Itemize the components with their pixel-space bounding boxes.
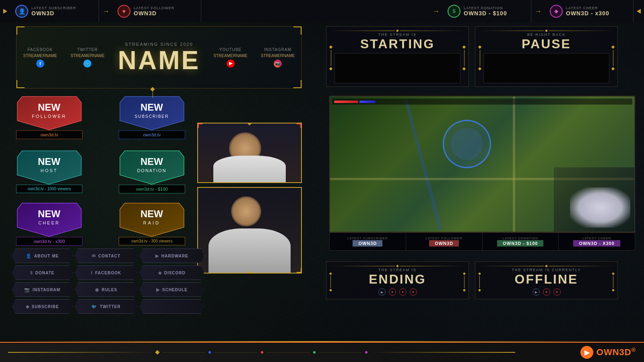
cheer-badge-label: own3d.tv - x300 xyxy=(16,237,83,246)
host-shield: NEW HOST xyxy=(16,149,83,185)
arrow-icon-2: → xyxy=(432,8,440,15)
subscriber-badge-label: own3d.tv xyxy=(119,130,185,139)
schedule-icon: ▶ xyxy=(156,287,160,292)
follower-shield: NEW FOLLOWER xyxy=(16,95,83,131)
follower-badge: NEW FOLLOWER own3d.tv xyxy=(16,95,83,139)
svg-text:SUBSCRIBER: SUBSCRIBER xyxy=(134,114,169,119)
own3d-logo: ▶ OWN3D® xyxy=(580,346,636,359)
ending-icon-4: ♥ xyxy=(410,288,417,296)
offline-card: THE STREAM IS CURRENTLY OFFLINE ▶ ♥ ♥ xyxy=(475,261,618,299)
contact-icon: ✉ xyxy=(92,253,96,259)
donate-button[interactable]: $ DONATE xyxy=(12,265,72,280)
subscribe-button[interactable]: ◆ SUBSCRIBE xyxy=(12,299,72,314)
host-badge: NEW HOST own3d.tv - 1000 viewers xyxy=(16,149,83,193)
pause-title: PAUSE xyxy=(483,37,609,51)
youtube-icon: ▶ xyxy=(227,60,235,68)
facebook-icon: f xyxy=(36,60,44,68)
schedule-button[interactable]: ▶ SCHEDULE xyxy=(140,282,204,297)
follower-segment: ♥ LATEST FOLLOWER OWN3D xyxy=(113,0,201,22)
subscriber-segment: 👤 LATEST SUBSCRIBER OWN3D xyxy=(10,0,99,22)
raid-shield: NEW RAID xyxy=(119,201,185,237)
youtube-social: YOUTUBE STREAMERNAME ▶ xyxy=(213,47,247,68)
instagram-social: INSTAGRAM STREAMERNAME 📷 xyxy=(261,47,295,68)
donation-label: LATEST DONATION xyxy=(464,6,507,10)
bar-follower-stat: LATEST FOLLOWER OWN3D xyxy=(406,233,483,250)
ending-icon-1: ▶ xyxy=(378,288,386,296)
ending-title: ENDING xyxy=(334,272,461,287)
about-me-button[interactable]: 👤 ABOUT ME xyxy=(12,249,72,263)
bar-subscriber-stat: LATEST SUBSCRIBER OWN3D xyxy=(330,233,406,250)
instagram-menu-icon: 📷 xyxy=(24,287,30,292)
bar-cheer-stat: LATEST CHEER OWN3D - X300 xyxy=(559,233,635,250)
screen-cards-top: THE STREAM IS STARTING BE RI xyxy=(326,26,618,87)
donation-value: OWN3D - $100 xyxy=(464,10,507,16)
discord-button[interactable]: ◈ DISCORD xyxy=(140,265,204,280)
bar-don-value: OWN3D - $100 xyxy=(497,240,543,247)
starting-preview xyxy=(334,53,460,83)
instagram-icon: 📷 xyxy=(274,60,282,68)
instagram-button[interactable]: 📷 INSTAGRAM xyxy=(12,282,72,297)
cheer-segment: ◆ LATEST CHEER OWN3D - x300 xyxy=(545,0,634,22)
donation-badge: NEW DONATION own3d.tv - $100 xyxy=(119,149,185,193)
subscribe-icon: ◆ xyxy=(26,304,29,309)
arrow-icon-3: → xyxy=(535,8,542,15)
rules-icon: ◉ xyxy=(95,287,99,292)
cheer-badge: NEW CHEER own3d.tv - x300 xyxy=(16,201,83,246)
follower-badge-label: own3d.tv xyxy=(16,130,83,139)
svg-text:RAID: RAID xyxy=(143,220,160,225)
streamer-name-block: STREAMING SINCE 2020 NAME xyxy=(118,42,200,73)
donation-segment: $ LATEST DONATION OWN3D - $100 xyxy=(443,0,531,22)
right-arrow-icon xyxy=(637,9,641,14)
ending-icon-2: ♥ xyxy=(389,288,396,296)
svg-text:NEW: NEW xyxy=(140,102,163,113)
bar-fol-value: OWN3D xyxy=(429,240,459,247)
streamer-name: NAME xyxy=(118,47,200,73)
donation-badge-label: own3d.tv - $100 xyxy=(119,185,185,193)
logo-icon: ▶ xyxy=(580,346,593,359)
donation-icon: $ xyxy=(448,5,460,18)
hardware-button[interactable]: ▶ HARDWARE xyxy=(140,249,204,263)
bar-sub-label: LATEST SUBSCRIBER xyxy=(347,237,388,240)
follower-value: OWN3D xyxy=(134,10,174,16)
starting-title: STARTING xyxy=(334,37,460,51)
cheer-icon: ◆ xyxy=(550,5,563,18)
twitter-social: TWITTER STREAMERNAME 🐦 xyxy=(70,47,104,68)
bar-sub-value: OWN3D xyxy=(353,240,382,247)
facebook-button[interactable]: f FACEBOOK xyxy=(75,265,137,280)
cheer-shield: NEW CHEER xyxy=(16,201,83,237)
ending-subtitle: THE STREAM IS xyxy=(334,268,461,272)
ending-icon-3: ♥ xyxy=(399,288,407,296)
svg-text:DONATION: DONATION xyxy=(137,168,166,173)
svg-text:NEW: NEW xyxy=(140,208,163,219)
subscriber-shield: NEW SUBSCRIBER xyxy=(119,95,185,131)
svg-text:NEW: NEW xyxy=(38,102,60,113)
bar-cheer-label: LATEST CHEER xyxy=(582,237,611,240)
subscriber-label: LATEST SUBSCRIBER xyxy=(31,6,76,10)
stream-bottom-bar: LATEST SUBSCRIBER OWN3D LATEST FOLLOWER … xyxy=(329,232,635,251)
offline-icon-2: ♥ xyxy=(543,288,550,296)
host-badge-label: own3d.tv - 1000 viewers xyxy=(16,185,83,193)
webcam-top xyxy=(197,123,302,183)
raid-badge-label: own3d.tv - 300 viewers xyxy=(119,237,185,245)
svg-text:FOLLOWER: FOLLOWER xyxy=(32,114,66,119)
svg-text:CHEER: CHEER xyxy=(38,220,60,225)
twitter-button[interactable]: 🐦 TWITTER xyxy=(75,299,137,314)
cheer-value: OWN3D - x300 xyxy=(566,10,609,16)
offline-icon-3: ♥ xyxy=(553,288,561,296)
facebook-social: FACEBOOK STREAMERNAME f xyxy=(23,47,57,68)
contact-button[interactable]: ✉ CONTACT xyxy=(75,249,137,263)
webcam-bottom xyxy=(197,187,302,274)
rules-button[interactable]: ◉ RULES xyxy=(75,282,137,297)
starting-card: THE STREAM IS STARTING xyxy=(326,26,469,87)
cheer-label: LATEST CHEER xyxy=(566,6,609,10)
svg-text:NEW: NEW xyxy=(38,208,60,219)
left-arrow-icon xyxy=(3,9,7,14)
menu-grid: 👤 ABOUT ME ✉ CONTACT ▶ HARDWARE $ DONATE… xyxy=(12,249,204,314)
donation-shield: NEW DONATION xyxy=(119,149,185,185)
svg-text:NEW: NEW xyxy=(140,156,163,167)
donate-icon: $ xyxy=(30,270,33,275)
arrow-icon-1: → xyxy=(102,8,109,15)
raid-badge: NEW RAID own3d.tv - 300 viewers xyxy=(119,201,185,245)
offline-icon-1: ▶ xyxy=(533,288,540,296)
discord-icon: ◈ xyxy=(158,270,162,276)
